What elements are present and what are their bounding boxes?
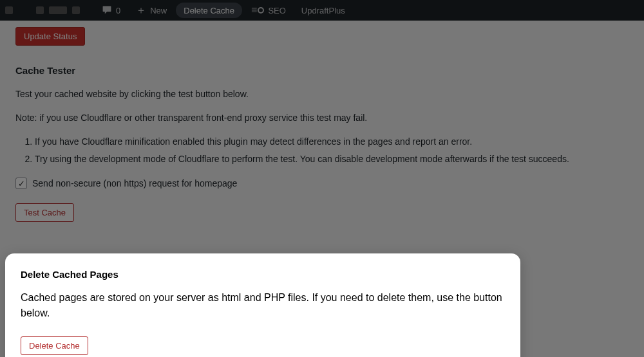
seo-link[interactable]: ≡ SEO (245, 0, 292, 21)
cache-tester-note: Note: if you use Cloudflare or other tra… (15, 111, 629, 125)
delete-cached-text: Cached pages are stored on your server a… (21, 290, 505, 321)
seo-label: SEO (268, 6, 285, 15)
delete-cache-toolbar-label: Delete Cache (184, 6, 234, 15)
delete-cached-pages-section: Delete Cached Pages Cached pages are sto… (5, 253, 520, 357)
delete-cached-heading: Delete Cached Pages (21, 269, 505, 280)
cache-tester-intro: Test your cached website by clicking the… (15, 87, 629, 101)
non-secure-checkbox-row[interactable]: ✓ Send non-secure (non https) request fo… (15, 178, 629, 189)
page-content: Update Status Cache Tester Test your cac… (0, 21, 644, 237)
delete-cache-toolbar-button[interactable]: Delete Cache (176, 3, 242, 18)
new-content-link[interactable]: ＋ New (129, 0, 173, 21)
window-dot (36, 6, 44, 14)
plus-icon: ＋ (136, 5, 146, 15)
cache-tester-heading: Cache Tester (15, 65, 629, 76)
checkbox-icon: ✓ (15, 178, 27, 189)
test-cache-button[interactable]: Test Cache (15, 203, 74, 222)
window-dot (5, 6, 13, 14)
window-controls (5, 6, 80, 14)
delete-cache-button[interactable]: Delete Cache (21, 336, 88, 355)
checkbox-label: Send non-secure (non https) request for … (32, 178, 237, 188)
update-status-button[interactable]: Update Status (15, 27, 85, 46)
seo-icon: ≡ (251, 5, 264, 16)
window-dot (49, 6, 67, 14)
comments-count: 0 (116, 6, 120, 15)
list-item: If you have Cloudflare minification enab… (35, 135, 629, 149)
updraftplus-link[interactable]: UpdraftPlus (295, 0, 352, 21)
window-dot (72, 6, 80, 14)
comments-link[interactable]: 0 (95, 0, 127, 21)
comment-icon (102, 5, 112, 17)
new-label: New (150, 6, 167, 15)
admin-toolbar: 0 ＋ New Delete Cache ≡ SEO UpdraftPlus (0, 0, 644, 21)
list-item: Try using the development mode of Cloudf… (35, 152, 629, 166)
updraft-label: UpdraftPlus (301, 6, 345, 15)
cache-tester-list: If you have Cloudflare minification enab… (35, 135, 629, 166)
